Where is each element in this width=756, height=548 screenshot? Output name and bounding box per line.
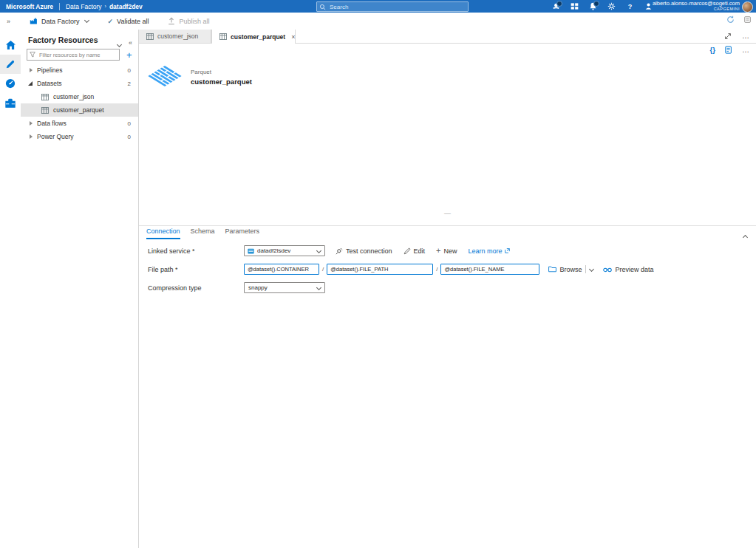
tree-collapsed-icon[interactable] bbox=[30, 121, 33, 126]
resource-tree: Pipelines 0 Datasets 2 customer_json cus… bbox=[21, 64, 138, 143]
top-bar: Microsoft Azure Data Factory › datadf2de… bbox=[0, 0, 756, 13]
home-icon bbox=[5, 40, 16, 50]
file-path-filename-input[interactable] bbox=[440, 264, 539, 275]
path-separator: / bbox=[436, 266, 437, 273]
rail-manage-button[interactable] bbox=[0, 93, 21, 112]
rail-author-button[interactable] bbox=[0, 55, 21, 74]
validate-all-button[interactable]: ✓ Validate all bbox=[108, 18, 149, 25]
tab-schema[interactable]: Schema bbox=[191, 227, 215, 239]
dataset-node[interactable]: Parquet customer_parquet bbox=[146, 62, 252, 92]
azure-brand[interactable]: Microsoft Azure bbox=[6, 3, 53, 10]
chevron-down-icon bbox=[316, 248, 321, 253]
browse-options-chevron-icon[interactable] bbox=[589, 267, 594, 272]
tree-item-label: customer_json bbox=[53, 93, 94, 100]
tree-item-datasets[interactable]: Datasets 2 bbox=[21, 77, 138, 90]
collapse-panel-icon[interactable]: « bbox=[129, 39, 132, 47]
properties-tabs: Connection Schema Parameters bbox=[146, 227, 259, 239]
linked-service-select[interactable]: datadf2lsdev bbox=[244, 245, 325, 256]
path-separator: / bbox=[322, 266, 324, 273]
settings-gear-icon[interactable] bbox=[607, 2, 616, 10]
switch-factory-icon[interactable] bbox=[571, 2, 579, 10]
tab-connection[interactable]: Connection bbox=[146, 227, 180, 239]
linked-service-row: Linked service * datadf2lsdev Test conne… bbox=[139, 244, 756, 257]
rail-home-button[interactable] bbox=[0, 35, 21, 55]
tab-customer-json[interactable]: customer_json bbox=[139, 30, 211, 43]
canvas-top-actions bbox=[726, 16, 752, 24]
search-input[interactable] bbox=[328, 3, 457, 11]
factory-menu-label: Data Factory bbox=[41, 18, 80, 25]
file-path-container-input[interactable] bbox=[244, 264, 319, 275]
publish-all-button[interactable]: Publish all bbox=[168, 17, 209, 25]
help-icon[interactable]: ? bbox=[626, 2, 634, 10]
divider bbox=[585, 265, 586, 273]
collapse-all-icon[interactable] bbox=[118, 36, 121, 49]
account-info[interactable]: alberto.alonso-marcos@sogeti.com CAPGEMI… bbox=[653, 1, 740, 11]
tree-item-pipelines[interactable]: Pipelines 0 bbox=[21, 64, 138, 77]
preview-data-button[interactable]: Preview data bbox=[603, 266, 653, 273]
tree-item-customer-parquet[interactable]: customer_parquet bbox=[21, 103, 138, 117]
tree-item-label: customer_parquet bbox=[53, 106, 104, 114]
panel-splitter-handle[interactable]: — bbox=[139, 210, 756, 217]
add-resource-button[interactable]: + bbox=[126, 50, 132, 60]
collapse-properties-icon[interactable] bbox=[743, 229, 747, 242]
tree-collapsed-icon[interactable] bbox=[30, 68, 33, 72]
tree-item-label: Datasets bbox=[37, 80, 62, 87]
dataset-more-icon[interactable]: … bbox=[742, 49, 750, 52]
rail-monitor-button[interactable] bbox=[0, 74, 21, 93]
dataset-actions-row: {} … bbox=[139, 46, 756, 58]
tab-more-icon[interactable]: … bbox=[742, 35, 750, 38]
learn-more-link[interactable]: Learn more bbox=[469, 247, 510, 255]
properties-icon[interactable] bbox=[725, 46, 732, 54]
tree-item-count: 0 bbox=[128, 134, 131, 140]
tree-item-count: 0 bbox=[128, 120, 131, 127]
whats-new-icon[interactable] bbox=[552, 2, 560, 10]
validate-check-icon: ✓ bbox=[108, 18, 114, 25]
browse-button[interactable]: Browse bbox=[548, 266, 582, 273]
tree-expanded-icon[interactable] bbox=[28, 81, 33, 86]
compression-select[interactable]: snappy bbox=[244, 282, 325, 293]
notifications-bell-icon[interactable] bbox=[589, 2, 597, 10]
dataset-table-icon bbox=[146, 33, 154, 40]
tree-collapsed-icon[interactable] bbox=[30, 134, 33, 139]
learn-more-label: Learn more bbox=[469, 247, 503, 255]
refresh-icon[interactable] bbox=[726, 16, 735, 24]
feedback-person-icon[interactable] bbox=[644, 2, 653, 10]
dataset-type-label: Parquet bbox=[191, 69, 252, 75]
edit-linked-service-button[interactable]: Edit bbox=[403, 247, 426, 255]
document-tabstrip: customer_json customer_parquet × … bbox=[139, 30, 756, 44]
resource-filter[interactable] bbox=[27, 49, 120, 61]
filter-icon bbox=[30, 52, 35, 58]
resource-filter-input[interactable] bbox=[38, 51, 118, 59]
linked-service-label: Linked service * bbox=[148, 247, 195, 255]
tree-item-count: 2 bbox=[128, 81, 131, 87]
breadcrumb-app[interactable]: Data Factory bbox=[66, 3, 102, 10]
avatar[interactable] bbox=[742, 1, 753, 13]
tab-customer-parquet[interactable]: customer_parquet × bbox=[211, 30, 296, 44]
validate-all-label: Validate all bbox=[117, 18, 149, 25]
gauge-icon bbox=[5, 78, 16, 89]
test-connection-button[interactable]: Test connection bbox=[336, 247, 392, 255]
close-tab-icon[interactable]: × bbox=[291, 33, 295, 41]
discard-all-icon[interactable] bbox=[743, 16, 752, 24]
dataset-name: customer_parquet bbox=[191, 78, 252, 86]
expand-rail-icon[interactable]: » bbox=[7, 18, 10, 25]
chevron-down-icon bbox=[316, 285, 321, 290]
chevron-down-icon bbox=[84, 18, 89, 23]
tree-item-power-query[interactable]: Power Query 0 bbox=[21, 130, 138, 143]
parquet-logo-icon bbox=[146, 62, 183, 92]
new-linked-service-button[interactable]: + New bbox=[436, 247, 457, 255]
tree-item-customer-json[interactable]: customer_json bbox=[21, 90, 138, 103]
compression-label: Compression type bbox=[148, 284, 202, 292]
file-path-label: File path * bbox=[148, 266, 178, 273]
code-view-icon[interactable]: {} bbox=[710, 46, 715, 54]
expand-canvas-icon[interactable] bbox=[724, 32, 732, 40]
panel-divider bbox=[139, 225, 756, 226]
tab-parameters[interactable]: Parameters bbox=[225, 227, 260, 239]
factory-menu-button[interactable]: Data Factory bbox=[30, 17, 89, 25]
dataset-table-icon bbox=[41, 94, 49, 100]
breadcrumb-item[interactable]: datadf2dev bbox=[109, 3, 143, 10]
file-path-directory-input[interactable] bbox=[327, 264, 433, 275]
global-search[interactable] bbox=[316, 1, 469, 12]
dataset-table-icon bbox=[41, 107, 49, 114]
tree-item-data-flows[interactable]: Data flows 0 bbox=[21, 117, 138, 130]
